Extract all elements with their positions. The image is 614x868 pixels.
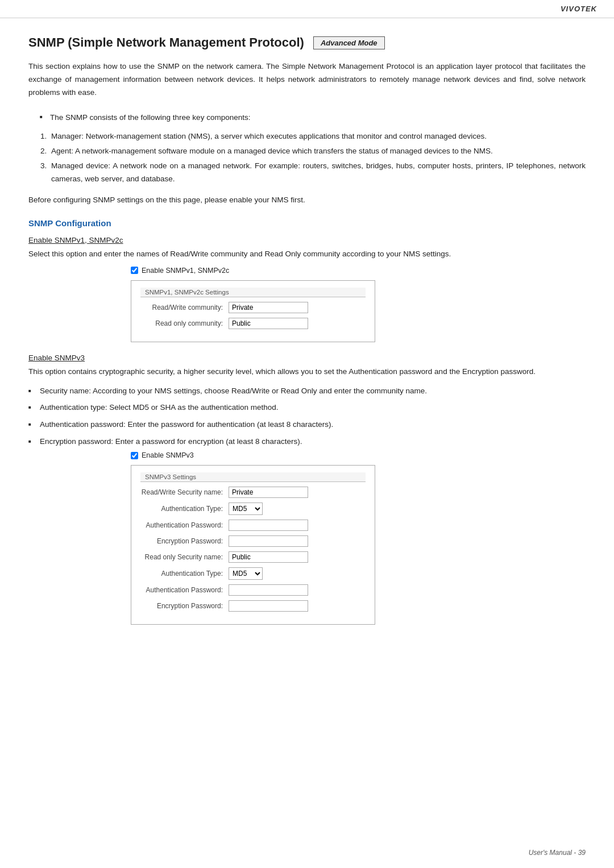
- snmpv3-ro-encpwd-label: Encryption Password:: [140, 602, 229, 610]
- snmpv3-ro-secname-label: Read only Security name:: [140, 553, 229, 561]
- snmpv3-ro-encpwd-input[interactable]: [229, 600, 308, 612]
- snmpv1-rw-community-row: Read/Write community:: [140, 302, 366, 313]
- snmpv1-checkbox-label: Enable SNMPv1, SNMPv2c: [142, 267, 229, 275]
- snmpv1-section-label: Enable SNMPv1, SNMPv2c: [28, 236, 586, 244]
- snmpv1-rw-input[interactable]: [229, 302, 308, 313]
- snmpv3-rw-authtype-row: Authentication Type: MD5 SHA: [140, 502, 366, 515]
- page-wrapper: VIVOTEK SNMP (Simple Network Management …: [0, 0, 614, 868]
- snmpv3-ro-authpwd-label: Authentication Password:: [140, 586, 229, 594]
- snmpv3-rw-authtype-label: Authentication Type:: [140, 505, 229, 513]
- snmpv3-rw-authpwd-row: Authentication Password:: [140, 520, 366, 531]
- snmpv3-rw-encpwd-row: Encryption Password:: [140, 535, 366, 547]
- snmpv3-rw-authtype-select[interactable]: MD5 SHA: [229, 502, 263, 515]
- numbered-item-2: Agent: A network-management software mod…: [49, 144, 586, 158]
- content-area: SNMP (Simple Network Management Protocol…: [0, 18, 614, 665]
- snmpv3-ro-secname-row: Read only Security name:: [140, 551, 366, 563]
- snmpv1-section: Enable SNMPv1, SNMPv2c Select this optio…: [28, 236, 586, 342]
- brand-label: VIVOTEK: [561, 5, 597, 13]
- snmpv3-bullet-1: Authentication type: Select MD5 or SHA a…: [28, 401, 586, 414]
- snmpv1-rw-label: Read/Write community:: [140, 304, 229, 312]
- snmpv1-ro-community-row: Read only community:: [140, 318, 366, 329]
- snmpv3-ro-authpwd-input[interactable]: [229, 584, 308, 596]
- snmpv3-bullet-list: Security name: According to your NMS set…: [28, 384, 586, 448]
- snmpv3-rw-authpwd-input[interactable]: [229, 520, 308, 531]
- snmp-numbered-list: Manager: Network-management station (NMS…: [49, 130, 586, 186]
- snmpv3-ro-authtype-row: Authentication Type: MD5 SHA: [140, 567, 366, 580]
- snmpv1-form-box: SNMPv1, SNMPv2c Settings Read/Write comm…: [131, 280, 375, 342]
- snmp-bullet-intro: The SNMP consists of the following three…: [40, 111, 586, 124]
- snmpv3-rw-authpwd-label: Authentication Password:: [140, 521, 229, 529]
- snmpv1-ro-input[interactable]: [229, 318, 308, 329]
- snmpv3-rw-secname-row: Read/Write Security name:: [140, 487, 366, 498]
- advanced-mode-button[interactable]: Advanced Mode: [313, 36, 385, 49]
- snmpv3-rw-encpwd-input[interactable]: [229, 535, 308, 547]
- page-title: SNMP (Simple Network Management Protocol…: [28, 35, 304, 50]
- snmpv3-legend: SNMPv3 Settings: [140, 472, 366, 482]
- before-config-note: Before configuring SNMP settings on the …: [28, 194, 586, 207]
- snmpv3-checkbox-row: Enable SNMPv3: [131, 451, 586, 459]
- snmpv3-bullet-0: Security name: According to your NMS set…: [28, 384, 586, 398]
- page-title-row: SNMP (Simple Network Management Protocol…: [28, 35, 586, 50]
- snmpv3-bullet-3: Encryption password: Enter a password fo…: [28, 435, 586, 448]
- footer-page-number: User's Manual - 39: [529, 849, 586, 857]
- snmpv3-ro-authtype-select[interactable]: MD5 SHA: [229, 567, 263, 580]
- snmpv3-ro-authtype-label: Authentication Type:: [140, 570, 229, 578]
- snmpv3-checkbox[interactable]: [131, 452, 138, 459]
- snmpv3-ro-encpwd-row: Encryption Password:: [140, 600, 366, 612]
- numbered-item-1: Manager: Network-management station (NMS…: [49, 130, 586, 143]
- snmpv3-rw-secname-input[interactable]: [229, 487, 308, 498]
- snmpv3-ro-secname-input[interactable]: [229, 551, 308, 563]
- snmpv3-section-label: Enable SNMPv3: [28, 354, 586, 362]
- snmp-components-list: The SNMP consists of the following three…: [40, 111, 586, 124]
- numbered-item-3: Managed device: A network node on a mana…: [49, 159, 586, 186]
- snmpv1-desc: Select this option and enter the names o…: [28, 248, 586, 261]
- snmp-config-section-title: SNMP Configuration: [28, 218, 586, 228]
- snmpv3-ro-authpwd-row: Authentication Password:: [140, 584, 366, 596]
- snmpv1-ro-label: Read only community:: [140, 319, 229, 327]
- snmpv3-checkbox-label: Enable SNMPv3: [142, 451, 194, 459]
- snmpv3-rw-secname-label: Read/Write Security name:: [140, 488, 229, 496]
- top-bar: VIVOTEK: [0, 0, 614, 18]
- snmpv3-desc: This option contains cryptographic secur…: [28, 366, 586, 379]
- snmpv1-checkbox-row: Enable SNMPv1, SNMPv2c: [131, 267, 586, 275]
- snmpv3-bullet-2: Authentication password: Enter the passw…: [28, 418, 586, 431]
- snmpv3-form-box: SNMPv3 Settings Read/Write Security name…: [131, 465, 375, 625]
- snmpv3-rw-encpwd-label: Encryption Password:: [140, 537, 229, 545]
- snmpv1-checkbox[interactable]: [131, 267, 138, 274]
- snmpv3-section: Enable SNMPv3 This option contains crypt…: [28, 354, 586, 625]
- snmpv1-legend: SNMPv1, SNMPv2c Settings: [140, 288, 366, 297]
- description-text: This section explains how to use the SNM…: [28, 60, 586, 99]
